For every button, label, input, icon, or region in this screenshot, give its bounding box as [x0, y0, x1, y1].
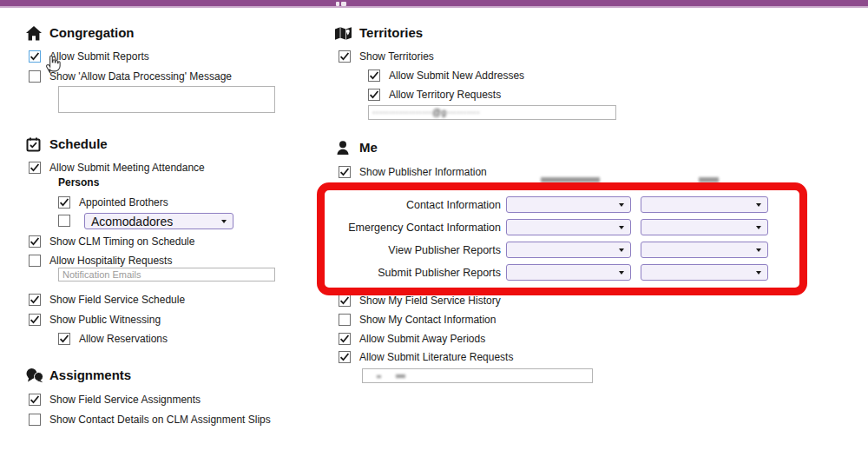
calendar-check-icon — [26, 137, 41, 152]
persons-group-label: Persons — [58, 176, 99, 189]
window-title-bar — [0, 0, 868, 6]
contact-information-dropdown-1[interactable] — [506, 196, 631, 213]
checkbox-appointed-brothers[interactable] — [58, 196, 70, 209]
label-show-my-contact-information[interactable]: Show My Contact Information — [359, 314, 496, 327]
section-title-schedule: Schedule — [49, 136, 108, 152]
home-icon — [26, 26, 42, 41]
label-allow-submit-new-addresses[interactable]: Allow Submit New Addresses — [389, 70, 524, 83]
territory-request-email-input[interactable]: ··················@g·········· — [368, 105, 616, 120]
checkbox-allow-submit-literature-requests[interactable] — [339, 351, 351, 363]
notification-emails-input[interactable] — [58, 268, 275, 281]
person-icon — [336, 141, 350, 156]
map-pin-icon — [335, 26, 352, 41]
checkbox-show-field-service-assignments[interactable] — [29, 394, 41, 406]
label-allow-reservations[interactable]: Allow Reservations — [79, 333, 168, 346]
chevron-down-icon — [619, 226, 624, 229]
label-show-field-service-schedule[interactable]: Show Field Service Schedule — [49, 294, 185, 307]
label-allow-submit-away-periods[interactable]: Allow Submit Away Periods — [359, 333, 485, 346]
emergency-contact-dropdown-2[interactable] — [641, 219, 768, 235]
label-allow-hospitality-requests[interactable]: Allow Hospitality Requests — [49, 255, 172, 268]
title-bar-text-remnant — [336, 2, 339, 6]
checkbox-allow-submit-new-addresses[interactable] — [368, 70, 380, 82]
checkbox-show-field-service-schedule[interactable] — [29, 294, 41, 306]
checkbox-show-my-contact-information[interactable] — [339, 314, 351, 326]
view-publisher-reports-dropdown-2[interactable] — [641, 242, 768, 258]
label-allow-submit-meeting-attendance[interactable]: Allow Submit Meeting Attendance — [49, 162, 205, 175]
checkbox-allow-submit-meeting-attendance[interactable] — [29, 162, 41, 174]
label-contact-information: Contact Information — [323, 198, 501, 212]
label-allow-submit-literature-requests[interactable]: Allow Submit Literature Requests — [359, 351, 513, 364]
redacted-text-smudge — [699, 177, 719, 182]
chevron-down-icon — [756, 226, 761, 229]
label-appointed-brothers[interactable]: Appointed Brothers — [79, 196, 168, 209]
settings-panel: { "titlebar": { "color": "#8e4b8d", "und… — [0, 0, 868, 457]
checkbox-show-publisher-information[interactable] — [339, 166, 351, 178]
chevron-down-icon — [619, 203, 624, 207]
label-show-contact-details-clm[interactable]: Show Contact Details on CLM Assignment S… — [49, 414, 271, 427]
chevron-down-icon — [619, 248, 624, 252]
ushers-dropdown[interactable]: Acomodadores — [84, 213, 233, 229]
ushers-dropdown-value: Acomodadores — [91, 215, 173, 228]
label-show-territories[interactable]: Show Territories — [359, 50, 434, 63]
submit-publisher-reports-dropdown-2[interactable] — [641, 264, 768, 281]
checkbox-show-territories[interactable] — [339, 50, 351, 63]
checkbox-show-public-witnessing[interactable] — [29, 314, 41, 326]
checkbox-show-data-processing-message[interactable] — [29, 70, 41, 83]
literature-request-email-input[interactable] — [362, 368, 593, 383]
chevron-down-icon — [221, 220, 227, 223]
checkbox-show-contact-details-clm[interactable] — [29, 414, 41, 426]
data-processing-message-input[interactable] — [58, 86, 275, 113]
chevron-down-icon — [756, 271, 761, 275]
label-show-my-field-service-history[interactable]: Show My Field Service History — [359, 295, 501, 308]
redacted-text-smudge — [541, 177, 600, 182]
checkbox-allow-hospitality-requests[interactable] — [29, 255, 41, 267]
checkbox-allow-submit-reports[interactable] — [29, 50, 41, 63]
checkbox-ushers[interactable] — [58, 215, 70, 227]
checkbox-show-clm-timing[interactable] — [29, 235, 41, 248]
view-publisher-reports-dropdown-1[interactable] — [506, 242, 631, 258]
contact-information-dropdown-2[interactable] — [641, 196, 768, 213]
label-show-field-service-assignments[interactable]: Show Field Service Assignments — [49, 394, 201, 407]
label-show-clm-timing[interactable]: Show CLM Timing on Schedule — [49, 235, 194, 248]
checkbox-show-my-field-service-history[interactable] — [339, 295, 351, 307]
label-show-publisher-information[interactable]: Show Publisher Information — [359, 166, 487, 179]
label-submit-publisher-reports: Submit Publisher Reports — [323, 266, 501, 280]
section-title-me: Me — [359, 140, 378, 156]
label-emergency-contact-information: Emergency Contact Information — [323, 221, 501, 235]
label-show-data-processing-message[interactable]: Show 'Allow Data Processing' Message — [49, 70, 232, 83]
chevron-down-icon — [619, 271, 624, 275]
submit-publisher-reports-dropdown-1[interactable] — [506, 264, 631, 281]
checkbox-allow-reservations[interactable] — [58, 333, 70, 345]
chevron-down-icon — [756, 248, 761, 252]
label-view-publisher-reports: View Publisher Reports — [323, 243, 501, 257]
label-allow-submit-reports[interactable]: Allow Submit Reports — [49, 50, 149, 63]
label-show-public-witnessing[interactable]: Show Public Witnessing — [49, 314, 161, 327]
checkbox-allow-territory-requests[interactable] — [368, 89, 380, 101]
chevron-down-icon — [756, 203, 761, 207]
redacted-email-text: ··················@g·········· — [372, 108, 480, 117]
section-title-assignments: Assignments — [49, 368, 131, 383]
chat-bubbles-icon — [26, 368, 43, 383]
redacted-text-smudge — [396, 374, 405, 378]
label-allow-territory-requests[interactable]: Allow Territory Requests — [389, 89, 501, 102]
title-bar-underline — [0, 6, 868, 8]
checkbox-allow-submit-away-periods[interactable] — [339, 333, 351, 345]
section-title-territories: Territories — [359, 25, 423, 41]
section-title-congregation: Congregation — [49, 25, 135, 41]
title-bar-text-remnant — [341, 2, 346, 6]
emergency-contact-dropdown-1[interactable] — [506, 219, 631, 235]
redacted-text-smudge — [377, 375, 381, 378]
